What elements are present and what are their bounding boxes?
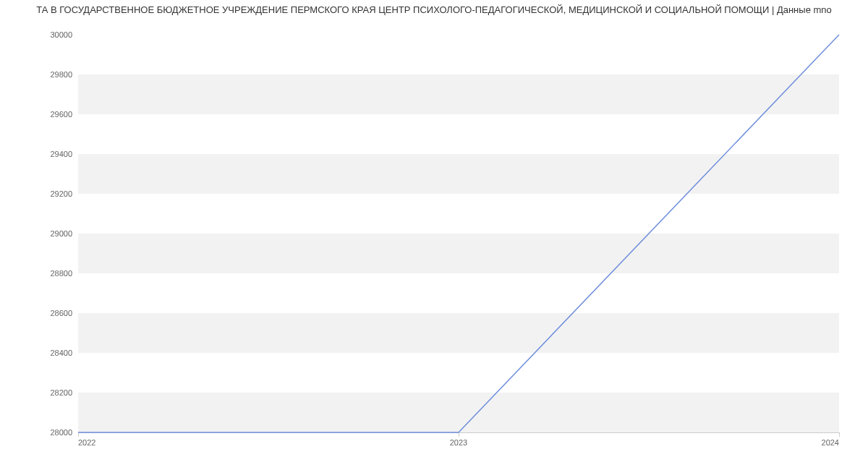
grid-band xyxy=(78,313,839,353)
y-tick-label: 30000 xyxy=(50,30,72,39)
y-tick-label: 29800 xyxy=(50,70,72,79)
y-tick-label: 28800 xyxy=(50,269,72,278)
x-tick-label: 2023 xyxy=(450,438,467,447)
line-chart: 2800028200284002860028800290002920029400… xyxy=(0,19,868,453)
grid-band xyxy=(78,74,839,114)
y-tick-label: 29400 xyxy=(50,150,72,158)
y-tick-label: 28000 xyxy=(50,428,72,437)
grid-band xyxy=(78,154,839,194)
y-tick-label: 29200 xyxy=(50,189,72,198)
y-tick-label: 28200 xyxy=(50,388,72,397)
y-tick-label: 28400 xyxy=(50,349,72,357)
x-tick-label: 2024 xyxy=(822,438,839,447)
x-tick-label: 2022 xyxy=(78,438,95,447)
chart-title: ТА В ГОСУДАРСТВЕННОЕ БЮДЖЕТНОЕ УЧРЕЖДЕНИ… xyxy=(0,0,868,15)
grid-band xyxy=(78,234,839,273)
y-tick-label: 29600 xyxy=(50,110,72,119)
grid-band xyxy=(78,393,839,432)
chart-container: 2800028200284002860028800290002920029400… xyxy=(0,19,868,453)
y-tick-label: 29000 xyxy=(50,229,72,238)
y-tick-label: 28600 xyxy=(50,309,72,317)
